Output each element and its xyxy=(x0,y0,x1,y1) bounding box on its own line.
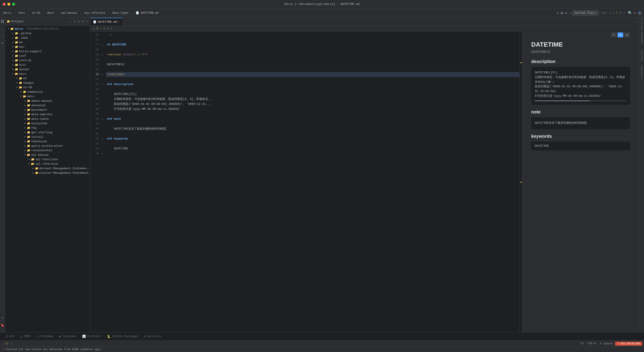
notifications-icon[interactable]: Notifications xyxy=(640,19,644,23)
run-button[interactable]: ▶ xyxy=(557,11,559,15)
changes-icon[interactable]: ◈ xyxy=(0,41,4,45)
tree-item-releasenotes[interactable]: ▶ 📁 releasenotes xyxy=(5,148,90,153)
view-list-icon[interactable]: ≡ xyxy=(611,32,616,37)
bottom-tab-profiler[interactable]: 📊 Profiler xyxy=(80,334,104,339)
status-indent[interactable]: 4 spaces xyxy=(598,342,615,346)
tabs-extra-button[interactable]: ⋯ xyxy=(634,20,639,23)
bottom-tab-todo[interactable]: ☑ TODO xyxy=(18,334,33,339)
preview-code-scrollbar[interactable] xyxy=(535,100,626,101)
tree-item-cluster-mgmt[interactable]: ▶ 📁 Cluster-Management-Statement... xyxy=(5,170,90,175)
tab-close-button[interactable]: × xyxy=(118,21,120,23)
panel-collapse-icon[interactable]: ⊟ xyxy=(77,19,80,24)
tree-item-contrib[interactable]: ▶ 📁 contrib xyxy=(5,58,90,63)
git-push-icon[interactable]: ⤴ xyxy=(616,11,618,15)
scview-icon[interactable]: SciView xyxy=(640,54,644,58)
bookmark-icon[interactable]: ☆ xyxy=(0,27,4,31)
tree-item-sql-manual[interactable]: ▶ 📂 sql-manual xyxy=(5,153,90,157)
pull-requests-icon[interactable]: ⑂ xyxy=(0,34,4,38)
tree-item-bin[interactable]: ▶ 📁 bin xyxy=(5,45,90,49)
tree-item-en[interactable]: ▶ 📁 en xyxy=(5,76,90,81)
git-check-icon[interactable]: ✓ xyxy=(612,11,614,15)
database-icon[interactable]: Database xyxy=(640,37,644,41)
search-button[interactable]: 🔍 xyxy=(628,11,632,15)
tree-item-community[interactable]: ▶ 📁 community xyxy=(5,90,90,94)
breadcrumb-docs[interactable]: docs xyxy=(17,11,26,15)
breadcrumb-file[interactable]: 📄 DATETIME.md xyxy=(134,11,160,15)
stop-button[interactable]: ⏹ xyxy=(560,11,563,15)
breadcrumb-doris[interactable]: doris xyxy=(2,11,12,15)
fold-icon-33[interactable]: ▶ xyxy=(102,72,106,77)
tree-item-idea[interactable]: ▶ 📁 .idea xyxy=(5,36,90,40)
fold-icon-35[interactable]: ▶ xyxy=(102,82,106,87)
bottom-tab-services[interactable]: ⚙ Services xyxy=(141,334,164,339)
breadcrumb-docs2[interactable]: docs xyxy=(46,11,55,15)
git-history-icon[interactable]: ⏱ xyxy=(619,11,622,15)
tree-item-docker[interactable]: ▶ 📁 docker xyxy=(5,67,90,72)
tree-item-zhcn-docs[interactable]: ▶ 📂 docs xyxy=(5,94,90,99)
editor-pane[interactable]: ⚠ 2 ✓ 1 ∧ ∨ 25 26 27 28 29 30 31 xyxy=(90,26,522,332)
tree-item-query-acceleration[interactable]: ▶ 📁 query-acceleration xyxy=(5,144,90,148)
tree-item-github[interactable]: ▶ 📁 .github xyxy=(5,31,90,36)
view-split-icon[interactable]: ⊞ xyxy=(618,32,623,37)
code-lines[interactable]: --> ## DATETIME <version since="1.2.0"> … xyxy=(106,32,519,331)
current-file-button[interactable]: Current File ▾ xyxy=(572,10,599,16)
tree-item-lakehouse[interactable]: ▶ 📁 lakehouse xyxy=(5,139,90,144)
bottom-tab-terminal[interactable]: ▶ Terminal xyxy=(57,334,79,339)
nav-up-icon[interactable]: ∧ xyxy=(107,27,108,30)
panel-settings-icon[interactable]: ⚙ xyxy=(81,19,84,24)
tree-item-zhcn[interactable]: ▶ 📂 zh-CN xyxy=(5,85,90,90)
panel-locate-icon[interactable]: ⊙ xyxy=(73,19,76,24)
tab-datetime[interactable]: 📄 DATETIME.md × xyxy=(90,18,123,26)
panel-close-icon[interactable]: × xyxy=(86,19,88,24)
fold-icon-42[interactable]: ▶ xyxy=(102,117,106,121)
tree-item-admin-manual[interactable]: ▶ 📁 admin-manual xyxy=(5,99,90,103)
tree-item-install[interactable]: ▶ 📁 install xyxy=(5,135,90,139)
status-encoding[interactable]: UTF-8 xyxy=(586,342,598,346)
structure-icon[interactable]: ≡ xyxy=(0,316,4,320)
tree-item-advanced[interactable]: ▶ 📁 advanced xyxy=(5,103,90,108)
panel-dropdown-icon[interactable]: ▾ xyxy=(70,20,71,23)
status-warning-item[interactable]: ⚠ 2 ✓ 1 xyxy=(2,341,14,346)
tree-item-images[interactable]: ▶ 📁 images xyxy=(5,81,90,85)
tree-item-build-support[interactable]: ▶ 📁 build-support xyxy=(5,49,90,54)
fold-icon-46[interactable]: ▶ xyxy=(102,136,106,141)
profile-button[interactable]: ● xyxy=(637,11,642,16)
tree-item-sql-functions[interactable]: ▶ 📁 sql-functions xyxy=(5,157,90,161)
reload-button[interactable]: ↺ xyxy=(569,11,571,15)
git-edit-icon[interactable]: ✎ xyxy=(610,11,611,15)
endpoints-icon[interactable]: Endpoints xyxy=(640,71,644,75)
tree-item-get-starting[interactable]: ▶ 📁 get-starting xyxy=(5,130,90,135)
minimize-button[interactable] xyxy=(8,3,10,6)
git-undo-icon[interactable]: ↩ xyxy=(623,11,625,15)
breadcrumb-data-types[interactable]: Data-Types xyxy=(111,11,130,15)
tree-item-dist[interactable]: ▶ 📁 dist xyxy=(5,63,90,67)
view-preview-icon[interactable]: ⊡ xyxy=(624,32,630,37)
step-button[interactable]: ⏭ xyxy=(565,11,568,15)
fold-icon-27[interactable]: ▶ xyxy=(102,42,106,47)
bookmarks-icon[interactable]: 🔖 xyxy=(0,323,4,327)
fold-icon-29[interactable]: ▶ xyxy=(102,52,106,57)
editor-scrollbar[interactable] xyxy=(519,32,522,331)
breadcrumb-zhcn[interactable]: zh-CN xyxy=(30,11,41,15)
close-button[interactable] xyxy=(3,3,6,6)
fold-icon-49[interactable]: ▶ xyxy=(102,151,106,156)
tree-item-faq[interactable]: ▶ 📁 faq xyxy=(5,126,90,130)
tree-item-ecosystem[interactable]: ▶ 📁 ecosystem xyxy=(5,121,90,126)
bottom-tab-git[interactable]: ⎇ Git xyxy=(2,334,17,339)
tree-item-benchmark[interactable]: ▶ 📁 benchmark xyxy=(5,108,90,112)
settings-button[interactable]: ⚙ xyxy=(634,11,636,15)
status-line-sep[interactable]: LF xyxy=(578,342,585,346)
breadcrumb-sql-reference[interactable]: sql-reference xyxy=(83,11,107,15)
tree-item-sql-reference[interactable]: ▶ 📂 sql-reference xyxy=(5,161,90,166)
nav-down-icon[interactable]: ∨ xyxy=(110,27,112,30)
code-area[interactable]: 25 26 27 28 29 30 31 32 33 34 35 36 37 3… xyxy=(90,32,522,332)
bottom-tab-python-packages[interactable]: 🐍 Python Packages xyxy=(104,334,141,339)
tree-item-docs[interactable]: ▶ 📂 docs xyxy=(5,72,90,76)
tree-item-data-table[interactable]: ▶ 📁 data-table xyxy=(5,117,90,121)
breadcrumb-sql-manual[interactable]: sql-manual xyxy=(60,11,78,15)
tree-item-account-mgmt[interactable]: ▶ 📁 Account-Management-Statemen... xyxy=(5,166,90,170)
maximize-button[interactable] xyxy=(12,3,15,6)
tree-item-conf[interactable]: ▶ 📁 conf xyxy=(5,54,90,58)
project-icon[interactable] xyxy=(0,19,4,23)
tree-root[interactable]: ▶ 📁 doris ~/Documents/git/doris xyxy=(5,27,90,31)
